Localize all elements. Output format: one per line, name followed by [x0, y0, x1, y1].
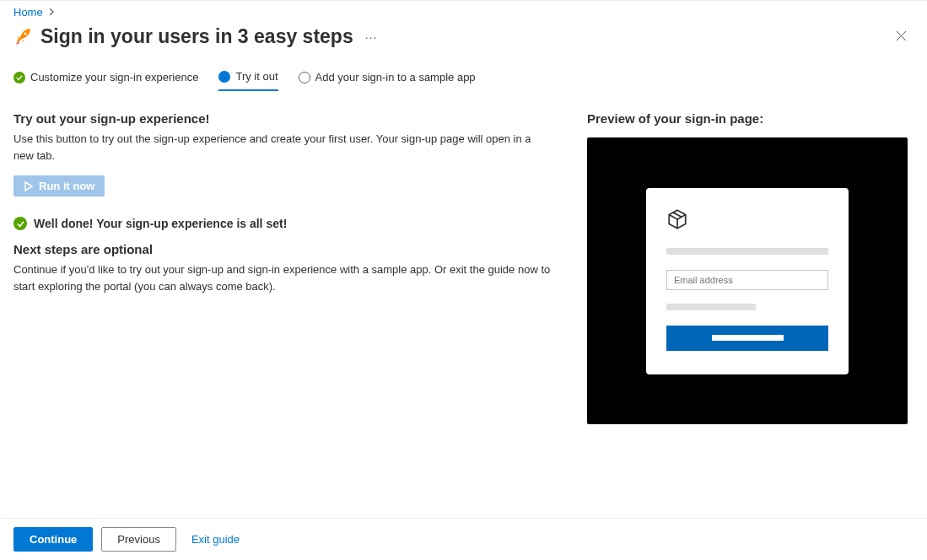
current-step-icon — [218, 71, 230, 83]
footer-bar: Continue Previous Exit guide — [0, 518, 927, 560]
page-title: Sign in your users in 3 easy steps — [40, 25, 353, 48]
preview-title: Preview of your sign-in page: — [587, 111, 914, 126]
check-icon — [13, 72, 25, 83]
step-customize[interactable]: Customize your sign-in experience — [13, 71, 198, 90]
next-steps-description: Continue if you'd like to try out your s… — [13, 261, 553, 294]
placeholder-subtext — [666, 304, 756, 310]
success-check-icon — [13, 217, 27, 230]
left-column: Try out your sign-up experience! Use thi… — [13, 111, 553, 424]
run-it-now-button[interactable]: Run it now — [13, 175, 105, 197]
play-icon — [24, 181, 34, 191]
preview-frame — [587, 137, 908, 424]
chevron-right-icon — [48, 8, 55, 17]
content-area: Try out your sign-up experience! Use thi… — [0, 91, 927, 424]
step-label: Add your sign-in to a sample app — [315, 71, 476, 83]
todo-step-icon — [299, 72, 310, 83]
tryout-title: Try out your sign-up experience! — [13, 111, 553, 126]
package-icon — [666, 208, 828, 233]
previous-button[interactable]: Previous — [101, 527, 176, 552]
close-icon[interactable] — [889, 26, 914, 47]
page-header: Sign in your users in 3 easy steps ··· — [0, 22, 927, 55]
steps-nav: Customize your sign-in experience Try it… — [0, 55, 927, 91]
placeholder-heading — [666, 248, 828, 255]
svg-point-0 — [24, 32, 27, 35]
continue-button[interactable]: Continue — [13, 527, 93, 552]
tryout-description: Use this button to try out the sign-up e… — [13, 131, 553, 164]
breadcrumb-home[interactable]: Home — [13, 6, 43, 19]
more-icon[interactable]: ··· — [365, 30, 378, 44]
button-label-placeholder — [712, 335, 784, 341]
success-text: Well done! Your sign-up experience is al… — [34, 217, 287, 230]
signin-submit-button[interactable] — [666, 326, 828, 351]
exit-guide-link[interactable]: Exit guide — [191, 533, 240, 546]
step-label: Try it out — [235, 70, 278, 83]
breadcrumb: Home — [0, 1, 927, 22]
run-button-label: Run it now — [39, 180, 94, 192]
email-field[interactable] — [666, 270, 828, 290]
step-add-sample[interactable]: Add your sign-in to a sample app — [299, 71, 476, 90]
signin-card — [646, 188, 849, 374]
next-steps-title: Next steps are optional — [13, 242, 553, 256]
step-try-it-out[interactable]: Try it out — [218, 70, 278, 91]
rocket-icon — [13, 27, 34, 47]
right-column: Preview of your sign-in page: — [587, 111, 914, 424]
success-message: Well done! Your sign-up experience is al… — [13, 217, 553, 230]
step-label: Customize your sign-in experience — [30, 71, 198, 83]
